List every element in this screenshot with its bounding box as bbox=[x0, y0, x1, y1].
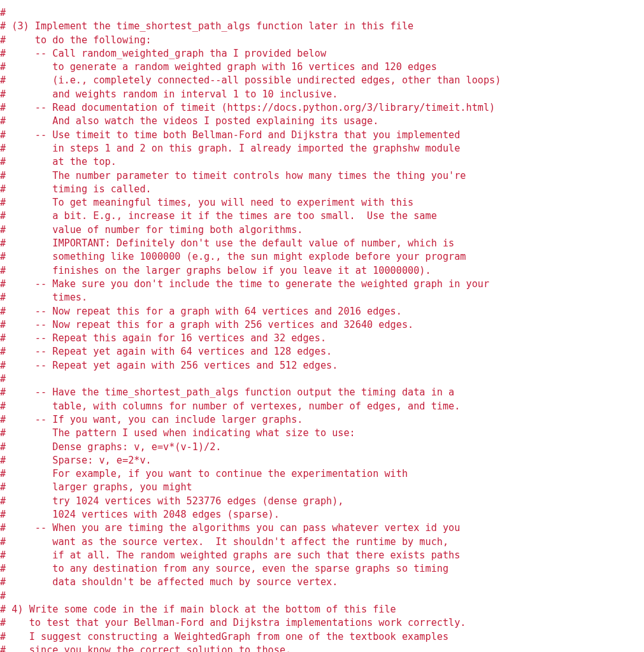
code-comment-block: # # (3) Implement the time_shortest_path… bbox=[0, 0, 644, 652]
